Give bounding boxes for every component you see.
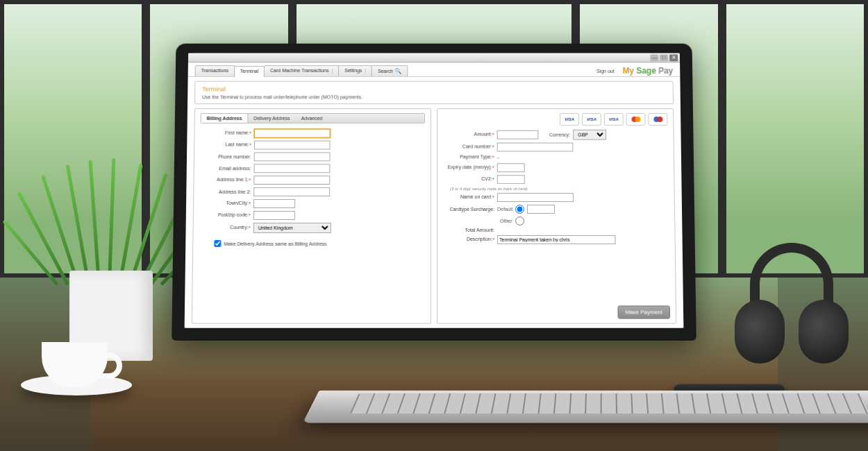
- laptop: — □ ✕ Transactions Terminal Card Machine…: [171, 44, 696, 376]
- surcharge-default-radio[interactable]: [515, 205, 524, 214]
- tab-settings[interactable]: Settings|: [338, 65, 372, 76]
- same-as-billing-label: Make Delivery Address same as Billing Ad…: [224, 241, 326, 246]
- brand-logo: My Sage Pay: [622, 66, 673, 76]
- maximize-button[interactable]: □: [660, 54, 668, 61]
- headphones-decor: [729, 243, 854, 395]
- cv2-input[interactable]: [497, 175, 525, 184]
- page-title: Terminal: [202, 86, 666, 93]
- maestro-icon: [648, 113, 667, 126]
- coffee-cup-decor: [21, 333, 111, 395]
- description-input[interactable]: [497, 235, 615, 244]
- desk-scene: — □ ✕ Transactions Terminal Card Machine…: [0, 0, 868, 451]
- visa-debit-icon: VISA: [582, 113, 601, 126]
- card-number-input[interactable]: [497, 143, 574, 152]
- cv2-hint: (3 or 4 digit security code on back of c…: [450, 187, 669, 191]
- last-name-input[interactable]: [254, 141, 331, 150]
- first-name-label: First name:*: [200, 130, 254, 137]
- tab-card-machine[interactable]: Card Machine Transactions|: [264, 65, 339, 76]
- address1-label: Address line 1:*: [199, 177, 253, 183]
- app-window: — □ ✕ Transactions Terminal Card Machine…: [185, 53, 684, 328]
- expiry-input[interactable]: [497, 163, 525, 172]
- address2-input[interactable]: [253, 187, 330, 196]
- postcode-label: Post/zip code:*: [199, 212, 253, 219]
- make-payment-button[interactable]: Make Payment: [617, 305, 670, 318]
- tab-transactions[interactable]: Transactions: [195, 65, 235, 76]
- phone-label: Phone number:: [200, 154, 254, 159]
- visa-electron-icon: VISA: [604, 113, 624, 126]
- country-label: Country:*: [199, 225, 253, 231]
- surcharge-label: Cardtype Surcharge:: [443, 207, 497, 212]
- address2-label: Address line 2:: [199, 189, 253, 194]
- surcharge-other-radio[interactable]: [515, 216, 524, 226]
- expiry-label: Expiry date (mm/yy):*: [443, 164, 497, 171]
- sign-out-link[interactable]: Sign out: [596, 69, 615, 74]
- postcode-input[interactable]: [253, 211, 295, 220]
- card-number-label: Card number:*: [443, 144, 497, 151]
- amount-label: Amount:*: [443, 132, 497, 138]
- address1-input[interactable]: [253, 176, 330, 185]
- city-input[interactable]: [253, 199, 295, 208]
- mastercard-icon: [626, 113, 646, 126]
- name-on-card-label: Name on card:*: [443, 194, 497, 201]
- search-icon: 🔍: [394, 68, 401, 74]
- last-name-label: Last name:*: [200, 142, 254, 148]
- top-nav: Transactions Terminal Card Machine Trans…: [188, 62, 681, 77]
- email-input[interactable]: [254, 164, 331, 173]
- payment-panel: VISA VISA VISA Amount:* Currency: GBP: [437, 108, 676, 324]
- page-header-panel: Terminal Use the Terminal to process mai…: [194, 81, 674, 104]
- city-label: Town/City:*: [199, 201, 253, 207]
- card-logos: VISA VISA VISA: [443, 113, 668, 126]
- tab-terminal[interactable]: Terminal: [234, 66, 265, 77]
- plant-decor: [49, 167, 174, 361]
- payment-type-label: Payment Type:*: [443, 154, 497, 160]
- phone-input[interactable]: [254, 152, 331, 161]
- close-button[interactable]: ✕: [669, 54, 678, 61]
- total-label: Total Amount:: [443, 228, 497, 232]
- visa-icon: VISA: [560, 113, 579, 126]
- country-select[interactable]: United Kingdom: [253, 223, 331, 233]
- description-label: Description:*: [443, 237, 497, 243]
- subtab-delivery[interactable]: Delivery Address: [248, 114, 295, 123]
- currency-select[interactable]: GBP: [573, 130, 606, 140]
- surcharge-other-label: Other: [500, 219, 512, 223]
- name-on-card-input[interactable]: [497, 193, 574, 202]
- surcharge-default-label: Default: [497, 207, 512, 212]
- minimize-button[interactable]: —: [650, 54, 658, 61]
- subtab-billing[interactable]: Billing Address: [201, 114, 249, 123]
- email-label: Email address:: [200, 166, 254, 171]
- tab-search[interactable]: Search🔍: [372, 65, 408, 76]
- laptop-keyboard: [303, 391, 868, 423]
- cv2-label: CV2:*: [443, 176, 497, 182]
- first-name-input[interactable]: [254, 129, 331, 138]
- page-subtitle: Use the Terminal to process mail order/t…: [202, 94, 666, 99]
- subtab-advanced[interactable]: Advanced: [296, 114, 328, 123]
- amount-input[interactable]: [497, 130, 539, 139]
- same-as-billing-checkbox[interactable]: [214, 240, 221, 247]
- billing-panel: Billing Address Delivery Address Advance…: [192, 108, 431, 324]
- surcharge-value-input[interactable]: [527, 205, 555, 214]
- os-titlebar: — □ ✕: [188, 53, 680, 63]
- currency-label: Currency:: [538, 133, 573, 137]
